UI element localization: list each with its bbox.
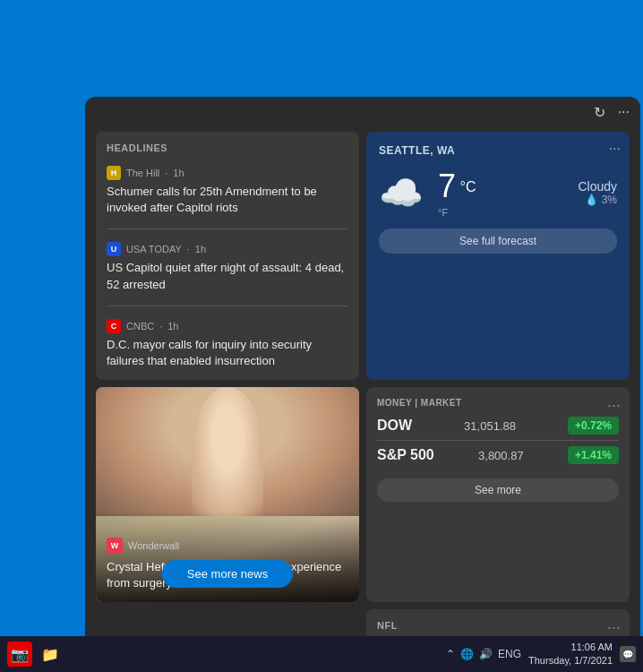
weather-right: Cloudy 💧 3% [578, 179, 617, 206]
widget-panel: ↻ ··· HEADLINES H The Hill · 1h Schumer … [85, 97, 640, 672]
taskbar-clock[interactable]: 11:06 AM Thursday, 1/7/2021 [528, 641, 613, 668]
weather-card: ··· SEATTLE, WA ☁️ 7 °C °F Cloudy 💧 3% S… [366, 132, 630, 380]
wonderwall-source-row: W Wonderwall [107, 538, 348, 554]
refresh-icon[interactable]: ↻ [594, 104, 605, 121]
news-source-2: U USA TODAY · 1h [107, 242, 348, 256]
see-more-news-btn[interactable]: See more news [162, 560, 293, 588]
headline-3: D.C. mayor calls for inquiry into securi… [107, 337, 348, 369]
see-more-market-btn[interactable]: See more [377, 478, 619, 502]
headline-2: US Capitol quiet after night of assault:… [107, 260, 348, 292]
network-icon: ⌃ [446, 648, 455, 660]
taskbar-date: Thursday, 1/7/2021 [528, 654, 613, 668]
sp500-change: +1.41% [568, 446, 619, 464]
image-card[interactable]: SZ # W Wonderwall Crystal Hefner reveals… [96, 387, 359, 602]
divider-2 [107, 306, 348, 306]
cloud-icon: ☁️ [379, 172, 424, 214]
dow-change: +0.72% [568, 417, 619, 435]
speaker-icon: 🔊 [479, 648, 493, 660]
market-title: MONEY | MARKET [377, 398, 619, 408]
sys-tray-icons: ⌃ 🌐 🔊 ENG [446, 648, 521, 660]
weather-main: ☁️ 7 °C °F Cloudy 💧 3% [379, 168, 617, 218]
droplet-icon: 💧 [585, 194, 598, 206]
weather-more-icon[interactable]: ··· [609, 141, 621, 157]
weather-location: SEATTLE, WA [379, 144, 617, 157]
chat-icon: 💬 [622, 650, 633, 659]
headline-1: Schumer calls for 25th Amendment to be i… [107, 184, 348, 216]
news-source-1: H The Hill · 1h [107, 166, 348, 180]
news-item-1[interactable]: H The Hill · 1h Schumer calls for 25th A… [107, 166, 348, 216]
nfl-more-icon[interactable]: ··· [607, 618, 621, 637]
wonderwall-icon: W [107, 538, 123, 554]
taskbar-left: 📷 📁 [7, 642, 63, 667]
news-source-3: C CNBC · 1h [107, 319, 348, 333]
nfl-title: NFL [377, 620, 619, 631]
dow-value: 31,051.88 [464, 419, 516, 433]
weather-forecast-btn[interactable]: See full forecast [379, 228, 617, 254]
market-row-dow[interactable]: DOW 31,051.88 +0.72% [377, 411, 619, 440]
taskbar: 📷 📁 ⌃ 🌐 🔊 ENG 11:06 AM Thursday, 1/7/202… [0, 636, 643, 672]
hill-icon: H [107, 166, 121, 180]
file-explorer-icon[interactable]: 📁 [38, 642, 63, 667]
weather-desc: Cloudy [578, 179, 617, 194]
weather-unit-c: °C [459, 179, 476, 194]
news-item-2[interactable]: U USA TODAY · 1h US Capitol quiet after … [107, 242, 348, 292]
taskbar-right: ⌃ 🌐 🔊 ENG 11:06 AM Thursday, 1/7/2021 💬 [446, 641, 636, 668]
notification-icon[interactable]: 💬 [620, 646, 636, 662]
taskbar-time: 11:06 AM [528, 641, 613, 654]
sp500-value: 3,800.87 [478, 449, 524, 462]
weather-unit-f: °F [438, 207, 476, 218]
image-card-overlay: W Wonderwall Crystal Hefner reveals near… [96, 511, 359, 602]
weather-precip: 💧 3% [578, 194, 617, 206]
folder-icon: 📁 [41, 646, 59, 663]
news-item-3[interactable]: C CNBC · 1h D.C. mayor calls for inquiry… [107, 319, 348, 369]
camera-icon: 📷 [11, 646, 29, 663]
wifi-icon: 🌐 [460, 648, 474, 660]
wonderwall-label: Wonderwall [128, 540, 179, 551]
market-row-sp500[interactable]: S&P 500 3,800.87 +1.41% [377, 441, 619, 470]
headlines-title: HEADLINES [107, 142, 348, 153]
headlines-card: HEADLINES H The Hill · 1h Schumer calls … [96, 132, 359, 380]
more-options-icon[interactable]: ··· [618, 104, 630, 121]
usa-icon: U [107, 242, 121, 256]
weather-temp: 7 [438, 168, 456, 204]
market-more-icon[interactable]: ··· [607, 396, 621, 415]
divider-1 [107, 228, 348, 229]
language-label: ENG [498, 648, 521, 660]
camera-app-icon[interactable]: 📷 [7, 642, 32, 667]
market-card: ··· MONEY | MARKET DOW 31,051.88 +0.72% … [366, 387, 630, 602]
cnbc-icon: C [107, 319, 121, 333]
sp500-name: S&P 500 [377, 447, 434, 463]
dow-name: DOW [377, 418, 412, 434]
desktop: ↻ ··· HEADLINES H The Hill · 1h Schumer … [0, 0, 643, 672]
